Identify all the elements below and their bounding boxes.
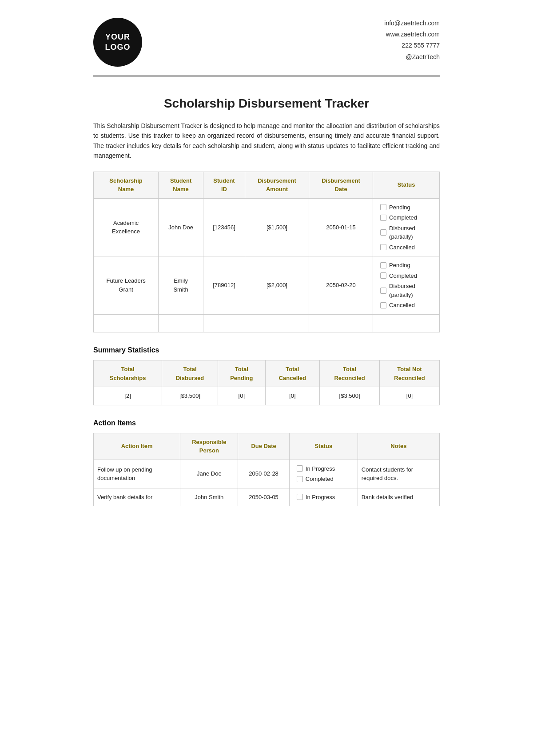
contact-info: info@zaetrtech.com www.zaetrtech.com 222… bbox=[384, 18, 440, 63]
table-row: AcademicExcellence John Doe [123456] [$1… bbox=[94, 198, 440, 256]
sum-val-6: [0] bbox=[380, 387, 440, 405]
checkbox-completed-1[interactable]: Completed bbox=[380, 213, 417, 222]
action-person-1: Jane Doe bbox=[180, 460, 238, 488]
logo-line2: LOGO bbox=[105, 42, 131, 52]
checkbox-box[interactable] bbox=[380, 272, 386, 279]
table-row: Verify bank details for John Smith 2050-… bbox=[94, 488, 440, 506]
action-notes-2: Bank details verified bbox=[358, 488, 439, 506]
action-item-1: Follow up on pendingdocumentation bbox=[94, 460, 180, 488]
checkbox-pending-2[interactable]: Pending bbox=[380, 261, 410, 270]
sum-val-4: [0] bbox=[265, 387, 320, 405]
amount-2: [$2,000] bbox=[245, 256, 309, 315]
contact-phone: 222 555 7777 bbox=[384, 40, 440, 51]
checkbox-box[interactable] bbox=[380, 262, 386, 268]
action-items-table: Action Item ResponsiblePerson Due Date S… bbox=[93, 433, 440, 507]
action-col-notes: Notes bbox=[358, 433, 439, 460]
sum-col-4: TotalCancelled bbox=[265, 360, 320, 387]
action-date-2: 2050-03-05 bbox=[238, 488, 289, 506]
action-item-2: Verify bank details for bbox=[94, 488, 180, 506]
action-col-status: Status bbox=[289, 433, 358, 460]
scholarship-name-1: AcademicExcellence bbox=[94, 198, 159, 256]
main-table: ScholarshipName StudentName StudentID Di… bbox=[93, 172, 440, 333]
student-id-2: [789012] bbox=[203, 256, 245, 315]
contact-website: www.zaetrtech.com bbox=[384, 29, 440, 40]
action-header-row: Action Item ResponsiblePerson Due Date S… bbox=[94, 433, 440, 460]
status-2: Pending Completed Disbursed(partially) C… bbox=[373, 256, 440, 315]
checkbox-cancelled-1[interactable]: Cancelled bbox=[380, 243, 415, 252]
status-1: Pending Completed Disbursed(partially) C… bbox=[373, 198, 440, 256]
col-scholarship-name: ScholarshipName bbox=[94, 172, 159, 198]
sum-col-6: Total NotReconciled bbox=[380, 360, 440, 387]
checkbox-disbursed-2[interactable]: Disbursed(partially) bbox=[380, 282, 415, 299]
status-checkboxes-2: Pending Completed Disbursed(partially) C… bbox=[377, 261, 436, 310]
amount-1: [$1,500] bbox=[245, 198, 309, 256]
checkbox-box[interactable] bbox=[380, 244, 386, 250]
checkbox-disbursed-1[interactable]: Disbursed(partially) bbox=[380, 224, 415, 241]
checkbox-box[interactable] bbox=[380, 229, 386, 236]
contact-email: info@zaetrtech.com bbox=[384, 18, 440, 29]
sum-val-3: [0] bbox=[218, 387, 265, 405]
table-row: Follow up on pendingdocumentation Jane D… bbox=[94, 460, 440, 488]
action-person-2: John Smith bbox=[180, 488, 238, 506]
action-notes-1: Contact students forrequired docs. bbox=[358, 460, 439, 488]
table-row-empty bbox=[94, 314, 440, 332]
checkbox-box[interactable] bbox=[297, 494, 303, 500]
action-checkbox-completed-1[interactable]: Completed bbox=[297, 475, 334, 484]
sum-col-3: TotalPending bbox=[218, 360, 265, 387]
action-col-item: Action Item bbox=[94, 433, 180, 460]
checkbox-completed-2[interactable]: Completed bbox=[380, 272, 417, 280]
logo-line1: YOUR bbox=[105, 32, 130, 42]
checkbox-box[interactable] bbox=[297, 476, 303, 482]
summary-data-row: [2] [$3,500] [0] [0] [$3,500] [0] bbox=[94, 387, 440, 405]
action-status-checkboxes-1: In Progress Completed bbox=[293, 464, 354, 484]
col-student-name: StudentName bbox=[159, 172, 203, 198]
page-title: Scholarship Disbursement Tracker bbox=[93, 94, 440, 113]
checkbox-box[interactable] bbox=[380, 204, 386, 210]
col-status: Status bbox=[373, 172, 440, 198]
logo: YOUR LOGO bbox=[93, 18, 142, 67]
sum-val-2: [$3,500] bbox=[162, 387, 218, 405]
date-2: 2050-02-20 bbox=[309, 256, 373, 315]
col-student-id: StudentID bbox=[203, 172, 245, 198]
status-checkboxes-1: Pending Completed Disbursed(partially) C… bbox=[377, 203, 436, 252]
summary-header-row: TotalScholarships TotalDisbursed TotalPe… bbox=[94, 360, 440, 387]
sum-val-1: [2] bbox=[94, 387, 162, 405]
page-description: This Scholarship Disbursement Tracker is… bbox=[93, 121, 440, 161]
checkbox-pending-1[interactable]: Pending bbox=[380, 203, 410, 212]
contact-social: @ZaetrTech bbox=[384, 52, 440, 63]
action-checkbox-inprogress-2[interactable]: In Progress bbox=[297, 493, 335, 502]
page-header: YOUR LOGO info@zaetrtech.com www.zaetrte… bbox=[93, 18, 440, 67]
student-id-1: [123456] bbox=[203, 198, 245, 256]
sum-col-5: TotalReconciled bbox=[320, 360, 380, 387]
main-table-header-row: ScholarshipName StudentName StudentID Di… bbox=[94, 172, 440, 198]
action-col-date: Due Date bbox=[238, 433, 289, 460]
sum-col-2: TotalDisbursed bbox=[162, 360, 218, 387]
action-status-2: In Progress bbox=[289, 488, 358, 506]
header-divider bbox=[93, 76, 440, 76]
action-status-checkboxes-2: In Progress bbox=[293, 493, 354, 502]
student-name-1: John Doe bbox=[159, 198, 203, 256]
action-items-title: Action Items bbox=[93, 418, 440, 428]
checkbox-box[interactable] bbox=[380, 288, 386, 294]
summary-title: Summary Statistics bbox=[93, 345, 440, 356]
student-name-2: EmilySmith bbox=[159, 256, 203, 315]
summary-table: TotalScholarships TotalDisbursed TotalPe… bbox=[93, 360, 440, 405]
checkbox-box[interactable] bbox=[297, 465, 303, 472]
action-date-1: 2050-02-28 bbox=[238, 460, 289, 488]
col-disbursement-date: DisbursementDate bbox=[309, 172, 373, 198]
sum-col-1: TotalScholarships bbox=[94, 360, 162, 387]
action-col-person: ResponsiblePerson bbox=[180, 433, 238, 460]
action-status-1: In Progress Completed bbox=[289, 460, 358, 488]
checkbox-box[interactable] bbox=[380, 302, 386, 308]
table-row: Future LeadersGrant EmilySmith [789012] … bbox=[94, 256, 440, 315]
action-checkbox-inprogress-1[interactable]: In Progress bbox=[297, 464, 335, 473]
scholarship-name-2: Future LeadersGrant bbox=[94, 256, 159, 315]
checkbox-box[interactable] bbox=[380, 215, 386, 221]
sum-val-5: [$3,500] bbox=[320, 387, 380, 405]
col-disbursement-amount: DisbursementAmount bbox=[245, 172, 309, 198]
date-1: 2050-01-15 bbox=[309, 198, 373, 256]
checkbox-cancelled-2[interactable]: Cancelled bbox=[380, 301, 415, 310]
